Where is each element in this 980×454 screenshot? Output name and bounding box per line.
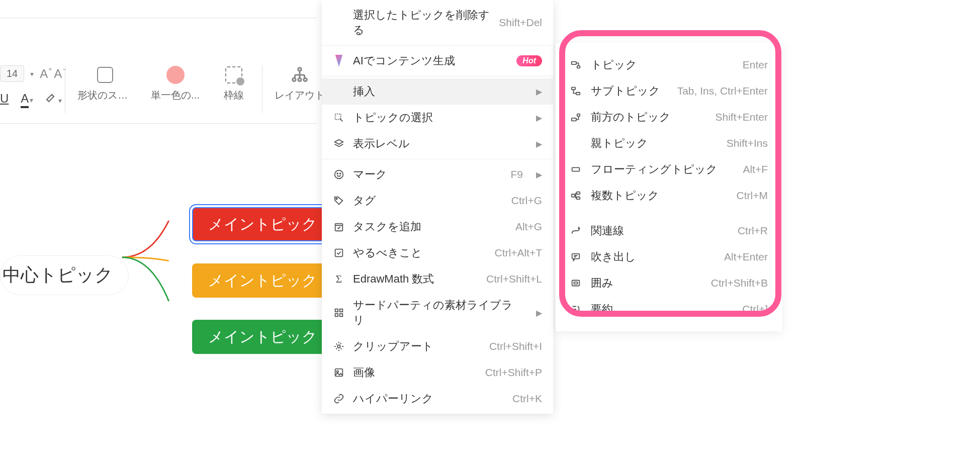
ai-icon xyxy=(333,55,345,67)
frame-button[interactable]: 枠線 xyxy=(209,65,259,102)
main-topic-1[interactable]: メイントピック xyxy=(192,207,333,241)
hot-badge: Hot xyxy=(516,55,542,66)
svg-rect-19 xyxy=(335,369,343,377)
insert-submenu: トピック Enter サブトピック Tab, Ins, Ctrl+Enter 前… xyxy=(556,43,782,331)
svg-point-8 xyxy=(335,170,343,179)
central-topic[interactable]: 中心トピック xyxy=(0,255,129,295)
submenu-summary[interactable]: 要約 Ctrl+] xyxy=(556,296,782,322)
submenu-topic[interactable]: トピック Enter xyxy=(556,52,782,78)
svg-rect-21 xyxy=(572,62,576,64)
svg-rect-25 xyxy=(572,118,576,121)
svg-point-0 xyxy=(298,68,301,71)
subtopic-icon xyxy=(570,85,582,97)
chevron-right-icon: ▶ xyxy=(536,113,542,123)
svg-point-3 xyxy=(304,78,307,81)
svg-rect-29 xyxy=(577,192,580,195)
menu-image[interactable]: 画像 Ctrl+Shift+P xyxy=(322,359,553,386)
svg-point-11 xyxy=(336,198,337,200)
svg-rect-16 xyxy=(335,314,338,317)
svg-rect-13 xyxy=(335,249,343,257)
svg-rect-17 xyxy=(340,314,343,317)
calendar-check-icon xyxy=(333,221,345,233)
submenu-boundary[interactable]: 囲み Ctrl+Shift+B xyxy=(556,270,782,296)
submenu-callout[interactable]: 吹き出し Alt+Enter xyxy=(556,244,782,270)
main-topic-3[interactable]: メイントピック xyxy=(192,320,333,354)
menu-edrawmath[interactable]: Σ EdrawMath 数式 Ctrl+Shift+L xyxy=(322,266,553,292)
svg-rect-22 xyxy=(577,66,580,68)
topic-before-icon xyxy=(570,111,582,123)
menu-add-task[interactable]: タスクを追加 Alt+G xyxy=(322,214,553,240)
submenu-topic-before[interactable]: 前方のトピック Shift+Enter xyxy=(556,104,782,130)
multiple-topics-icon xyxy=(570,190,582,202)
chevron-right-icon: ▶ xyxy=(536,87,542,97)
tag-icon xyxy=(333,195,345,207)
image-icon xyxy=(333,367,345,379)
checkbox-icon xyxy=(333,247,345,259)
callout-icon xyxy=(570,251,582,263)
grid-icon xyxy=(333,307,345,319)
menu-display-level[interactable]: 表示レベル ▶ xyxy=(322,131,553,157)
font-increase-button[interactable]: A xyxy=(40,67,48,81)
menu-insert[interactable]: 挿入 ▶ xyxy=(322,78,553,105)
floating-icon xyxy=(570,163,582,175)
menu-mark[interactable]: マーク F9 ▶ xyxy=(322,161,553,188)
submenu-multiple-topics[interactable]: 複数トピック Ctrl+M xyxy=(556,183,782,209)
menu-tag[interactable]: タグ Ctrl+G xyxy=(322,188,553,214)
svg-rect-26 xyxy=(577,114,580,117)
layers-icon xyxy=(333,138,345,150)
circle-icon xyxy=(166,66,185,84)
underline-button[interactable]: U xyxy=(0,92,9,106)
svg-point-2 xyxy=(298,78,301,81)
mindmap-canvas[interactable]: 中心トピック メイントピック メイントピック メイントピック xyxy=(0,124,322,453)
context-menu: 選択したトピックを削除する Shift+Del AIでコンテンツ生成 Hot 挿… xyxy=(322,0,553,414)
shape-style-button[interactable]: 形状のスタ... xyxy=(68,65,142,102)
menu-ai-generate[interactable]: AIでコンテンツ生成 Hot xyxy=(322,48,553,74)
svg-rect-24 xyxy=(576,93,580,95)
font-size-input[interactable]: 14 xyxy=(0,65,24,82)
svg-rect-32 xyxy=(572,281,580,286)
font-decrease-button[interactable]: A xyxy=(54,67,62,81)
svg-rect-23 xyxy=(572,87,575,90)
svg-point-10 xyxy=(340,173,341,174)
svg-point-1 xyxy=(293,78,296,81)
menu-hyperlink[interactable]: ハイパーリンク Ctrl+K xyxy=(322,386,553,412)
highlighter-button[interactable]: ▾ xyxy=(45,91,62,106)
smile-icon xyxy=(333,168,345,180)
svg-point-20 xyxy=(336,371,338,373)
svg-rect-30 xyxy=(577,197,580,200)
menu-third-party[interactable]: サードパーティの素材ライブラリ ▶ xyxy=(322,292,553,333)
svg-rect-28 xyxy=(572,194,575,197)
chevron-right-icon: ▶ xyxy=(536,139,542,149)
main-topic-2[interactable]: メイントピック xyxy=(192,263,333,298)
menu-todo[interactable]: やるべきこと Ctrl+Alt+T xyxy=(322,240,553,266)
submenu-relationship[interactable]: 関連線 Ctrl+R xyxy=(556,218,782,244)
submenu-subtopic[interactable]: サブトピック Tab, Ins, Ctrl+Enter xyxy=(556,78,782,104)
svg-rect-31 xyxy=(572,254,580,259)
svg-point-9 xyxy=(337,173,338,174)
svg-rect-27 xyxy=(572,167,580,171)
chevron-right-icon: ▶ xyxy=(536,308,542,318)
boundary-icon xyxy=(570,277,582,289)
gear-icon xyxy=(333,340,345,352)
svg-rect-33 xyxy=(574,282,577,284)
svg-rect-14 xyxy=(335,309,338,312)
menu-clipart[interactable]: クリップアート Ctrl+Shift+I xyxy=(322,333,553,359)
text-color-button[interactable]: A▾ xyxy=(21,92,33,106)
svg-point-18 xyxy=(337,345,340,348)
square-icon xyxy=(97,67,113,83)
sigma-icon: Σ xyxy=(333,273,345,285)
layout-icon xyxy=(290,65,309,84)
submenu-floating-topic[interactable]: フローティングトピック Alt+F xyxy=(556,156,782,183)
frame-icon xyxy=(225,66,242,83)
single-color-button[interactable]: 単一色の... xyxy=(142,65,209,102)
select-icon xyxy=(333,112,345,124)
svg-rect-12 xyxy=(335,224,343,231)
svg-rect-15 xyxy=(340,309,343,312)
menu-select-topic[interactable]: トピックの選択 ▶ xyxy=(322,105,553,131)
submenu-parent-topic[interactable]: 親トピック Shift+Ins xyxy=(556,130,782,156)
topic-icon xyxy=(570,59,582,71)
chevron-right-icon: ▶ xyxy=(536,170,542,179)
summary-icon xyxy=(570,303,582,315)
menu-delete-topic[interactable]: 選択したトピックを削除する Shift+Del xyxy=(322,2,553,43)
relationship-icon xyxy=(570,225,582,237)
